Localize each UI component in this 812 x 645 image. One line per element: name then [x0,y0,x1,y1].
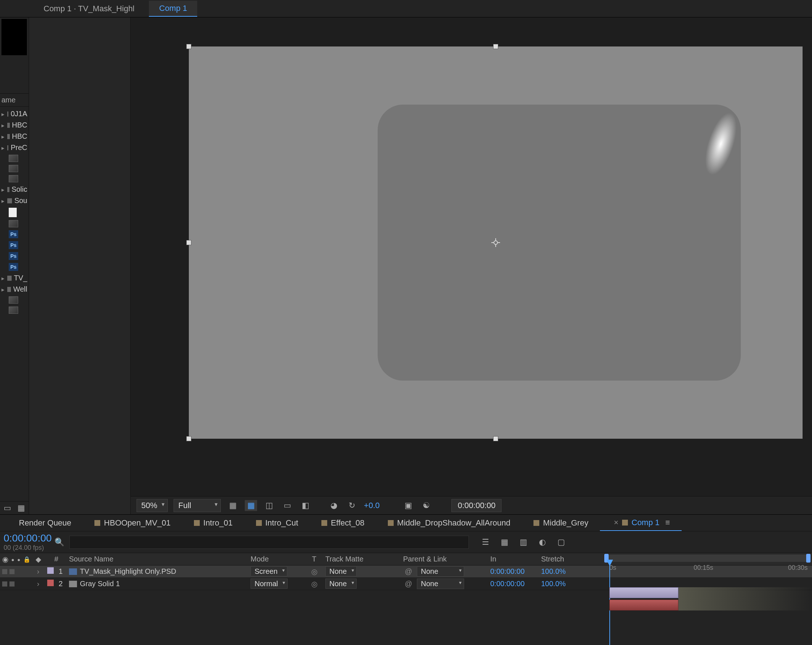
project-item[interactable]: Ps [1,261,28,272]
layer-name[interactable]: TV_Mask_Highlight Only.PSD [80,567,176,576]
project-item[interactable]: TV_ [1,272,28,284]
video-toggle[interactable] [2,581,7,587]
video-toggle[interactable] [2,569,7,574]
project-item[interactable] [1,164,28,174]
transparency-grid-icon[interactable]: ▦ [227,500,239,511]
pickwhip-icon[interactable]: @ [403,579,414,588]
blend-mode-dropdown[interactable]: Screen [250,566,287,576]
pickwhip-icon[interactable]: @ [403,567,414,576]
project-item[interactable]: HBC [1,131,28,142]
layer-bar[interactable] [609,600,678,610]
transform-handle[interactable] [493,44,498,49]
graph-editor-icon[interactable]: ▢ [555,537,567,548]
bpc-icon[interactable]: ▦ [16,503,27,514]
show-snapshot-icon[interactable]: ☯ [420,500,432,511]
audio-column-icon[interactable] [11,555,14,564]
project-item[interactable] [1,295,28,305]
composition-canvas[interactable] [189,46,803,439]
project-column-header-name[interactable]: ame [0,94,29,107]
video-column-icon[interactable] [2,555,8,564]
project-item[interactable] [1,153,28,164]
folder-icon[interactable]: ▭ [2,503,13,514]
track-matte-dropdown[interactable]: None [325,566,357,576]
audio-toggle[interactable] [9,581,15,587]
parent-dropdown[interactable]: None [417,566,464,577]
project-item[interactable] [1,305,28,315]
timeline-tab[interactable]: Render Queue [7,515,83,531]
panel-menu-icon[interactable]: ≡ [665,518,670,527]
label-colorip[interactable] [47,567,54,574]
resolution-dropdown[interactable]: Full [174,499,221,512]
project-item[interactable]: 0J1A [1,108,28,119]
motion-blur-icon[interactable]: ◐ [536,537,548,548]
label-column-icon[interactable]: ◆ [29,555,47,564]
frame-blend-icon[interactable]: ▥ [517,537,530,548]
close-icon[interactable]: × [614,518,618,527]
time-ruler[interactable]: 0s 00:15s 00:30s [603,553,812,575]
transform-handle[interactable] [493,436,498,441]
roi-icon[interactable]: ◫ [263,500,275,511]
timeline-tab[interactable]: ×Comp 1≡ [600,515,682,531]
timeline-tab[interactable]: Middle_Grey [522,515,600,531]
time-navigator[interactable] [606,555,809,562]
zoom-dropdown[interactable]: 50% [137,499,168,512]
transform-handle[interactable] [186,44,191,49]
blend-mode-dropdown[interactable]: Normal [250,579,288,589]
grid-icon[interactable]: ▭ [281,500,293,511]
project-item[interactable]: Well [1,284,28,295]
project-item[interactable]: PreC [1,142,28,153]
parent-column[interactable]: Parent & Link [400,555,487,563]
name-column[interactable]: Source Name [66,555,247,563]
preserve-transparency-toggle[interactable]: ◎ [311,568,317,576]
layer-bar[interactable] [609,587,678,598]
project-item[interactable] [1,206,28,219]
project-item[interactable]: Sou [1,195,28,206]
project-item[interactable]: Ps [1,240,28,251]
timeline-tab[interactable]: Intro_Cut [244,515,310,531]
track-matte-dropdown[interactable]: None [325,579,357,589]
timeline-tab[interactable]: Middle_DropShadow_AllAround [376,515,522,531]
transform-handle[interactable] [186,240,191,245]
project-item[interactable]: HBC [1,119,28,131]
preview-timecode[interactable]: 0:00:00:00 [452,499,502,512]
comp-mini-flowchart-icon[interactable]: ☰ [479,537,492,548]
color-management-icon[interactable]: ◕ [328,500,340,511]
preserve-transparency-column[interactable]: T [305,555,323,563]
reset-exposure-icon[interactable]: ↻ [346,500,358,511]
timeline-tab[interactable]: HBOOpen_MV_01 [83,515,182,531]
audio-toggle[interactable] [9,569,15,574]
composition-viewer[interactable]: 50% Full ▦ ▦ ◫ ▭ ◧ ◕ ↻ +0.0 ▣ ☯ 0:00:00:… [131,17,812,514]
twirl-icon[interactable]: › [37,579,40,588]
project-item-list[interactable]: 0J1AHBCHBCPreCSolicSouPsPsPsPsTV_Well [0,107,29,317]
preserve-transparency-toggle[interactable]: ◎ [311,580,317,588]
parent-dropdown[interactable]: None [417,579,464,589]
current-timecode[interactable]: 0:00:00:00 [4,532,55,544]
project-item[interactable]: Ps [1,229,28,240]
channel-icon[interactable]: ◧ [299,500,311,511]
in-point[interactable]: 0:00:00:00 [487,567,537,576]
stretch-value[interactable]: 100.0% [537,567,595,576]
layer-search-input[interactable] [69,536,469,549]
transform-handle[interactable] [186,436,191,441]
project-item[interactable]: Solic [1,184,28,195]
solo-column-icon[interactable] [17,555,20,564]
navigator-handle[interactable] [806,554,810,562]
comp-flowchart-tab[interactable]: Comp 1 [149,1,197,17]
label-colorip[interactable] [47,579,54,586]
mask-visibility-icon[interactable]: ▦ [245,500,257,511]
timeline-tab[interactable]: Effect_08 [310,515,376,531]
project-item[interactable] [1,219,28,229]
stretch-value[interactable]: 100.0% [537,579,595,588]
project-item[interactable] [1,174,28,184]
project-item[interactable]: Ps [1,251,28,261]
timeline-tab[interactable]: Intro_01 [182,515,244,531]
anchor-point-icon[interactable] [491,238,500,247]
draft3d-icon[interactable]: ▦ [498,537,511,548]
canvas-selection[interactable] [189,46,803,439]
exposure-value[interactable]: +0.0 [364,501,380,510]
in-point[interactable]: 0:00:00:00 [487,579,537,588]
stretch-column[interactable]: Stretch [537,555,595,563]
index-column[interactable]: # [47,555,66,563]
twirl-icon[interactable]: › [37,567,40,575]
in-column[interactable]: In [487,555,537,563]
